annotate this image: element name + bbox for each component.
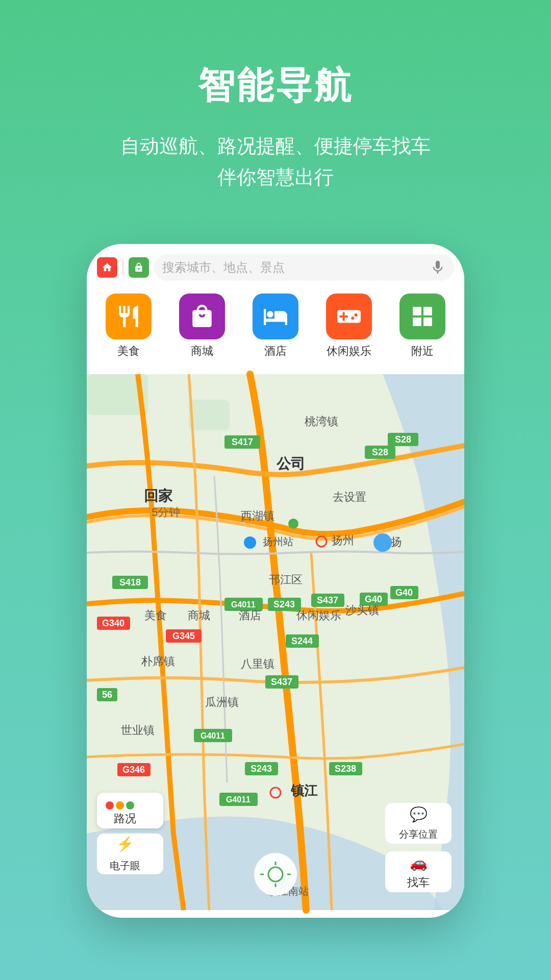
svg-text:去设置: 去设置	[333, 491, 366, 503]
nearby-label: 附近	[411, 344, 434, 359]
svg-text:电子眼: 电子眼	[110, 860, 140, 871]
svg-text:S28: S28	[395, 434, 411, 445]
search-placeholder: 搜索城市、地点、景点	[162, 259, 285, 276]
svg-text:S243: S243	[251, 764, 272, 774]
svg-point-52	[288, 519, 298, 529]
svg-point-46	[244, 536, 256, 549]
svg-text:商城: 商城	[188, 609, 210, 622]
svg-text:世业镇: 世业镇	[121, 724, 155, 737]
svg-text:扬州: 扬州	[332, 534, 354, 547]
svg-text:邗江区: 邗江区	[269, 573, 303, 586]
svg-text:S28: S28	[372, 447, 388, 457]
svg-text:镇江: 镇江	[290, 783, 318, 798]
category-nearby[interactable]: 附近	[399, 293, 445, 359]
svg-text:找车: 找车	[407, 876, 430, 889]
category-food[interactable]: 美食	[106, 293, 152, 359]
mall-label: 商城	[191, 344, 213, 359]
header-section: 智能导航 自动巡航、路况提醒、便捷停车找车 伴你智慧出行	[0, 0, 551, 224]
svg-point-69	[106, 801, 114, 810]
svg-text:回家: 回家	[144, 487, 173, 504]
svg-text:G4011: G4011	[226, 795, 251, 804]
hotel-icon	[253, 293, 298, 339]
svg-text:🚗: 🚗	[410, 854, 428, 871]
svg-rect-2	[189, 400, 230, 430]
svg-text:S238: S238	[335, 764, 356, 774]
svg-text:朴席镇: 朴席镇	[141, 655, 175, 668]
svg-text:💬: 💬	[410, 806, 428, 823]
nearby-icon	[399, 293, 445, 339]
search-header: 搜索城市、地点、景点	[87, 244, 464, 286]
svg-text:G40: G40	[395, 587, 413, 598]
food-icon	[106, 293, 152, 339]
svg-text:S244: S244	[291, 636, 313, 646]
svg-text:扬: 扬	[391, 535, 402, 548]
svg-text:路况: 路况	[114, 812, 136, 825]
svg-text:S417: S417	[232, 437, 253, 447]
main-title: 智能导航	[31, 61, 520, 110]
map-area[interactable]: S417 S28 S28 S418 G4011 S243	[87, 366, 464, 918]
category-mall[interactable]: 商城	[179, 293, 225, 359]
svg-text:西湖镇: 西湖镇	[241, 509, 274, 522]
svg-text:分享位置: 分享位置	[399, 829, 438, 840]
svg-text:56: 56	[102, 690, 112, 700]
svg-text:G345: G345	[172, 631, 195, 641]
subtitle: 自动巡航、路况提醒、便捷停车找车 伴你智慧出行	[31, 131, 520, 193]
svg-text:G40: G40	[365, 594, 382, 604]
svg-text:5分钟: 5分钟	[152, 506, 180, 519]
svg-text:桃湾镇: 桃湾镇	[305, 415, 338, 428]
svg-text:瓜洲镇: 瓜洲镇	[205, 696, 239, 708]
svg-text:沙头镇: 沙头镇	[345, 604, 379, 617]
svg-text:酒店: 酒店	[239, 609, 261, 622]
svg-text:G4011: G4011	[201, 731, 225, 740]
svg-text:G340: G340	[102, 618, 124, 628]
phone-mockup: 搜索城市、地点、景点 美食	[87, 244, 464, 918]
mic-icon	[430, 259, 446, 276]
map-svg: S417 S28 S28 S418 G4011 S243	[87, 366, 464, 918]
hotel-label: 酒店	[264, 344, 287, 359]
header-divider	[122, 260, 123, 275]
category-bar: 美食 商城 酒店	[87, 286, 464, 366]
lock-icon[interactable]	[129, 257, 149, 278]
search-bar[interactable]: 搜索城市、地点、景点	[154, 254, 454, 281]
svg-text:休闲娱乐: 休闲娱乐	[296, 609, 341, 622]
svg-point-71	[126, 801, 134, 810]
svg-text:⚡: ⚡	[116, 836, 134, 852]
svg-point-50	[373, 533, 392, 552]
category-leisure[interactable]: 休闲娱乐	[326, 293, 372, 359]
svg-text:S418: S418	[119, 577, 141, 587]
food-label: 美食	[117, 344, 140, 359]
home-icon[interactable]	[97, 257, 117, 278]
svg-point-70	[116, 801, 124, 810]
svg-text:公司: 公司	[276, 456, 305, 472]
svg-text:S437: S437	[271, 677, 292, 687]
mall-icon	[179, 293, 225, 339]
svg-text:美食: 美食	[144, 609, 167, 622]
leisure-label: 休闲娱乐	[327, 344, 371, 359]
svg-text:G346: G346	[122, 765, 145, 775]
svg-text:S437: S437	[317, 595, 338, 605]
svg-text:G4011: G4011	[231, 600, 256, 609]
svg-text:扬州站: 扬州站	[263, 536, 293, 547]
svg-text:S243: S243	[273, 599, 295, 609]
svg-text:八里镇: 八里镇	[241, 657, 274, 670]
category-hotel[interactable]: 酒店	[253, 293, 298, 359]
leisure-icon	[326, 293, 372, 339]
